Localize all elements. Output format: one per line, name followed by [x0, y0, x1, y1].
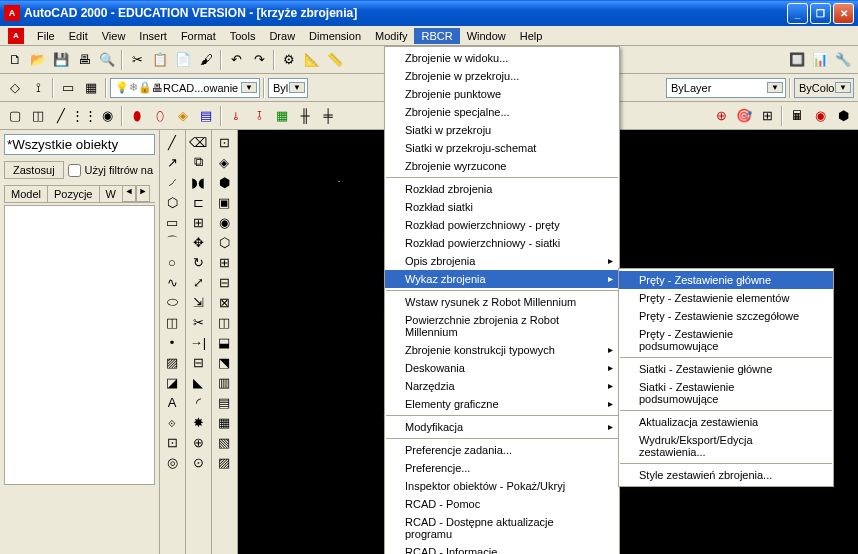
menu-item[interactable]: Opis zbrojenia	[385, 252, 619, 270]
apply-button[interactable]: Zastosuj	[4, 161, 64, 179]
menu-item[interactable]: Zbrojenie konstrukcji typowych	[385, 341, 619, 359]
menu-view[interactable]: View	[95, 28, 133, 44]
menu-draw[interactable]: Draw	[262, 28, 302, 44]
print-icon[interactable]: 🖶	[73, 49, 95, 71]
tool-icon[interactable]: ⚙	[278, 49, 300, 71]
tool-icon[interactable]: ◉	[213, 212, 235, 232]
menu-dimension[interactable]: Dimension	[302, 28, 368, 44]
tool-icon[interactable]: ⊡	[213, 132, 235, 152]
tool-icon[interactable]: ⬢	[213, 172, 235, 192]
linetype-combo[interactable]: ByLayer	[666, 78, 786, 98]
tool-icon[interactable]: ▭	[57, 77, 79, 99]
menu-item[interactable]: Preferencje...	[385, 459, 619, 477]
ray-icon[interactable]: ↗	[161, 152, 183, 172]
tool-icon[interactable]: ⊡	[161, 432, 183, 452]
copy-icon[interactable]: ⧉	[187, 152, 209, 172]
tool-icon[interactable]: ▨	[213, 452, 235, 472]
rect-icon[interactable]: ▭	[161, 212, 183, 232]
rotate-icon[interactable]: ↻	[187, 252, 209, 272]
array-icon[interactable]: ⊞	[187, 212, 209, 232]
tool-icon[interactable]: ⊙	[187, 452, 209, 472]
text-icon[interactable]: A	[161, 392, 183, 412]
offset-icon[interactable]: ⊏	[187, 192, 209, 212]
fillet-icon[interactable]: ◜	[187, 392, 209, 412]
menu-item[interactable]: Rozkład siatki	[385, 198, 619, 216]
block-icon[interactable]: ◫	[161, 312, 183, 332]
tool-icon[interactable]: ▦	[213, 412, 235, 432]
menu-item[interactable]: Rozkład zbrojenia	[385, 180, 619, 198]
tab-pozycje[interactable]: Pozycje	[47, 185, 100, 202]
tool-icon[interactable]: 🎯	[733, 105, 755, 127]
polygon-icon[interactable]: ⬡	[161, 192, 183, 212]
erase-icon[interactable]: ⌫	[187, 132, 209, 152]
region-icon[interactable]: ◪	[161, 372, 183, 392]
submenu-item[interactable]: Style zestawień zbrojenia...	[619, 466, 833, 484]
line-icon[interactable]: ╱	[161, 132, 183, 152]
menu-help[interactable]: Help	[513, 28, 550, 44]
spline-icon[interactable]: ∿	[161, 272, 183, 292]
tool-icon[interactable]: ⬓	[213, 332, 235, 352]
tool-icon[interactable]: ▦	[80, 77, 102, 99]
color-combo[interactable]: ByColor	[794, 78, 854, 98]
tool-icon[interactable]: ⊟	[213, 272, 235, 292]
pline-icon[interactable]: ⟋	[161, 172, 183, 192]
menu-item[interactable]: Zbrojenie w przekroju...	[385, 67, 619, 85]
open-icon[interactable]: 📂	[27, 49, 49, 71]
preview-icon[interactable]: 🔍	[96, 49, 118, 71]
tool-icon[interactable]: ⊞	[756, 105, 778, 127]
tool-icon[interactable]: ⬔	[213, 352, 235, 372]
menu-item[interactable]: Wstaw rysunek z Robot Millennium	[385, 293, 619, 311]
tool-icon[interactable]: ⊠	[213, 292, 235, 312]
tool-icon[interactable]: ⬡	[213, 232, 235, 252]
cut-icon[interactable]: ✂	[126, 49, 148, 71]
match-icon[interactable]: 🖌	[195, 49, 217, 71]
tool-icon[interactable]: ◫	[213, 312, 235, 332]
tool-icon[interactable]: ╱	[50, 105, 72, 127]
tool-icon[interactable]: ╫	[294, 105, 316, 127]
menu-item[interactable]: Zbrojenie w widoku...	[385, 49, 619, 67]
menu-item[interactable]: Inspektor obiektów - Pokaż/Ukryj	[385, 477, 619, 495]
tool-icon[interactable]: ⫱	[248, 105, 270, 127]
menu-file[interactable]: File	[30, 28, 62, 44]
scale-icon[interactable]: ⤢	[187, 272, 209, 292]
menu-modify[interactable]: Modify	[368, 28, 414, 44]
tool-icon[interactable]: 📊	[809, 49, 831, 71]
tab-model[interactable]: Model	[4, 185, 48, 202]
hatch-icon[interactable]: ▨	[161, 352, 183, 372]
copy-icon[interactable]: 📋	[149, 49, 171, 71]
menu-item[interactable]: Zbrojenie specjalne...	[385, 103, 619, 121]
break-icon[interactable]: ⊟	[187, 352, 209, 372]
tool-icon[interactable]: ◈	[172, 105, 194, 127]
tool-icon[interactable]: ◎	[161, 452, 183, 472]
tool-icon[interactable]: ▢	[4, 105, 26, 127]
menu-item[interactable]: Modyfikacja	[385, 418, 619, 436]
menu-edit[interactable]: Edit	[62, 28, 95, 44]
menu-item[interactable]: RCAD - Pomoc	[385, 495, 619, 513]
submenu-item[interactable]: Pręty - Zestawienie szczegółowe	[619, 307, 833, 325]
calc-icon[interactable]: 🖩	[786, 105, 808, 127]
menu-item[interactable]: Wykaz zbrojenia	[385, 270, 619, 288]
extend-icon[interactable]: →|	[187, 332, 209, 352]
tool-icon[interactable]: ⊞	[213, 252, 235, 272]
tool-icon[interactable]: ⟟	[27, 77, 49, 99]
menu-item[interactable]: Rozkład powierzchniowy - siatki	[385, 234, 619, 252]
menu-format[interactable]: Format	[174, 28, 223, 44]
menu-insert[interactable]: Insert	[132, 28, 174, 44]
menu-tools[interactable]: Tools	[223, 28, 263, 44]
menu-item[interactable]: RCAD - Dostępne aktualizacje programu	[385, 513, 619, 543]
filter-combo[interactable]: Byl	[268, 78, 308, 98]
tool-icon[interactable]: ⊕	[187, 432, 209, 452]
tool-icon[interactable]: ◫	[27, 105, 49, 127]
tool-icon[interactable]: 🔧	[832, 49, 854, 71]
submenu-item[interactable]: Pręty - Zestawienie główne	[619, 271, 833, 289]
submenu-item[interactable]: Pręty - Zestawienie podsumowujące	[619, 325, 833, 355]
tool-icon[interactable]: ▤	[213, 392, 235, 412]
submenu-item[interactable]: Siatki - Zestawienie podsumowujące	[619, 378, 833, 408]
menu-item[interactable]: Zbrojenie wyrzucone	[385, 157, 619, 175]
point-icon[interactable]: •	[161, 332, 183, 352]
move-icon[interactable]: ✥	[187, 232, 209, 252]
menu-window[interactable]: Window	[460, 28, 513, 44]
tool-icon[interactable]: ⊕	[710, 105, 732, 127]
maximize-button[interactable]: ❐	[810, 3, 831, 24]
tool-icon[interactable]: ▣	[213, 192, 235, 212]
